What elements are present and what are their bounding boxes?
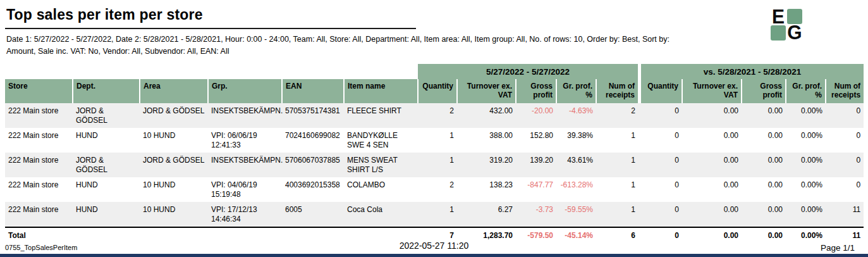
col-header-item-name: Item name: [344, 79, 418, 103]
col-header-p1-num-receipts: Num of receipts: [596, 79, 639, 103]
cell-grp: VPI: 06/06/19 12:41:33: [208, 128, 282, 153]
table-row: 222 Main store HUND 10 HUND VPI: 06/06/1…: [5, 128, 864, 153]
col-header-p2-num-receipts: Num of receipts: [826, 79, 864, 103]
cell-dept: HUND: [73, 177, 140, 202]
cell-p2-gross-profit-pct: 0.00%: [786, 177, 826, 202]
cell-p2-gross-profit-pct: 0.00%: [786, 128, 826, 153]
col-header-ean: EAN: [282, 79, 344, 103]
cell-p2-gross-profit-pct: 0.00%: [786, 153, 826, 177]
cell-p2-quantity: 0: [641, 103, 682, 128]
cell-p1-num-receipts: 1: [596, 177, 639, 202]
cell-p1-gross-profit-pct: -613.28%: [556, 177, 596, 202]
cell-p1-gross-profit: -3.73: [516, 202, 556, 227]
cell-p2-turnover: 0.00: [682, 202, 742, 227]
cell-area: 10 HUND: [140, 128, 208, 153]
cell-p1-quantity: 1: [418, 153, 457, 177]
cell-p1-turnover: 138.23: [457, 177, 516, 202]
cell-item-name: Coca Cola: [344, 202, 418, 227]
table-row: 222 Main store HUND 10 HUND VPI: 04/06/1…: [5, 177, 864, 202]
cell-p2-turnover: 0.00: [682, 177, 742, 202]
period-header-row: 5/27/2022 - 5/27/2022 vs. 5/28/2021 - 5/…: [5, 64, 864, 79]
cell-p2-num-receipts: 0: [826, 103, 864, 128]
cell-dept: JORD & GÖDSEL: [73, 153, 140, 177]
cell-p1-quantity: 1: [418, 128, 457, 153]
logo-letter-e-text: E: [772, 8, 785, 25]
cell-p1-turnover: 6.27: [457, 202, 516, 227]
cell-dept: JORD & GÖDSEL: [73, 103, 140, 128]
cell-p1-num-receipts: 1: [596, 202, 639, 227]
cell-p2-turnover: 0.00: [682, 103, 742, 128]
report-page: Top sales per item per store Date 1: 5/2…: [0, 0, 868, 257]
cell-p2-gross-profit-pct: 0.00%: [786, 202, 826, 227]
col-header-p2-gross-profit-pct: Gr. prof. %: [786, 79, 826, 103]
cell-ean: 6005: [282, 202, 344, 227]
cell-item-name: FLEECE SHIRT: [344, 103, 418, 128]
cell-area: JORD & GÖDSEL: [140, 103, 208, 128]
cell-store: 222 Main store: [5, 128, 73, 153]
cell-p2-gross-profit: 0.00: [742, 128, 786, 153]
cell-p1-turnover: 388.00: [457, 128, 516, 153]
cell-p2-num-receipts: 0: [826, 128, 864, 153]
logo-square-bottom: [770, 25, 786, 41]
cell-p1-gross-profit: 139.20: [516, 153, 556, 177]
col-header-dept: Dept.: [73, 79, 140, 103]
cell-p2-turnover: 0.00: [682, 128, 742, 153]
cell-p2-quantity: 0: [641, 177, 682, 202]
cell-p1-num-receipts: 2: [596, 103, 639, 128]
cell-p2-num-receipts: 11: [826, 202, 864, 227]
col-header-p1-quantity: Quantity: [418, 79, 457, 103]
cell-ean: 5705375174381: [282, 103, 344, 128]
cell-dept: HUND: [73, 202, 140, 227]
cell-p2-quantity: 0: [641, 128, 682, 153]
cell-p1-gross-profit-pct: -4.63%: [556, 103, 596, 128]
logo-green-square-icon: [771, 25, 786, 41]
cell-p1-gross-profit-pct: 43.61%: [556, 153, 596, 177]
cell-p1-gross-profit-pct: 39.38%: [556, 128, 596, 153]
report-timestamp: 2022-05-27 11:20: [0, 241, 868, 251]
cell-p1-gross-profit-pct: -59.55%: [556, 202, 596, 227]
cell-p1-quantity: 2: [418, 177, 457, 202]
cell-p1-gross-profit: -847.77: [516, 177, 556, 202]
cell-area: 10 HUND: [140, 177, 208, 202]
sales-report-table: 5/27/2022 - 5/27/2022 vs. 5/28/2021 - 5/…: [5, 64, 864, 243]
period1-header: 5/27/2022 - 5/27/2022: [418, 64, 639, 79]
cell-p1-gross-profit: 152.80: [516, 128, 556, 153]
cell-p2-turnover: 0.00: [682, 153, 742, 177]
col-header-p1-gross-profit: Gross profit: [516, 79, 556, 103]
cell-p2-gross-profit-pct: 0.00%: [786, 103, 826, 128]
cell-p2-quantity: 0: [641, 202, 682, 227]
cell-ean: 4003692015358: [282, 177, 344, 202]
table-row: 222 Main store JORD & GÖDSEL JORD & GÖDS…: [5, 153, 864, 177]
cell-grp: INSEKTSBEKÄMPN.: [208, 103, 282, 128]
cell-ean: 7024160699082: [282, 128, 344, 153]
cell-p2-num-receipts: 0: [826, 153, 864, 177]
cell-p2-gross-profit: 0.00: [742, 153, 786, 177]
cell-area: 10 HUND: [140, 202, 208, 227]
cell-p2-gross-profit: 0.00: [742, 202, 786, 227]
title-underline: [5, 28, 416, 29]
eg-logo: E G: [770, 8, 803, 41]
bottom-navy-bar: [0, 254, 868, 257]
cell-p1-turnover: 319.20: [457, 153, 516, 177]
cell-p2-gross-profit: 0.00: [742, 103, 786, 128]
cell-area: JORD & GÖDSEL: [140, 153, 208, 177]
cell-p2-num-receipts: 0: [826, 177, 864, 202]
cell-grp: VPI: 17/12/13 14:46:34: [208, 202, 282, 227]
page-title: Top sales per item per store: [6, 6, 868, 23]
cell-p1-num-receipts: 1: [596, 153, 639, 177]
period-header-blank: [5, 64, 418, 79]
cell-p1-num-receipts: 1: [596, 128, 639, 153]
logo-letter-g-text: G: [787, 24, 802, 41]
cell-dept: HUND: [73, 128, 140, 153]
cell-item-name: MENS SWEAT SHIRT L/S: [344, 153, 418, 177]
cell-item-name: BANDYKØLLE SWE 4 SEN: [344, 128, 418, 153]
logo-letter-g: G: [786, 25, 803, 41]
cell-p1-quantity: 1: [418, 202, 457, 227]
table-row: 222 Main store JORD & GÖDSEL JORD & GÖDS…: [5, 103, 864, 128]
col-header-p2-gross-profit: Gross profit: [742, 79, 786, 103]
col-header-store: Store: [5, 79, 73, 103]
col-header-p2-quantity: Quantity: [641, 79, 682, 103]
cell-store: 222 Main store: [5, 202, 73, 227]
cell-p1-gross-profit: -20.00: [516, 103, 556, 128]
filter-summary: Date 1: 5/27/2022 - 5/27/2022, Date 2: 5…: [6, 34, 699, 58]
